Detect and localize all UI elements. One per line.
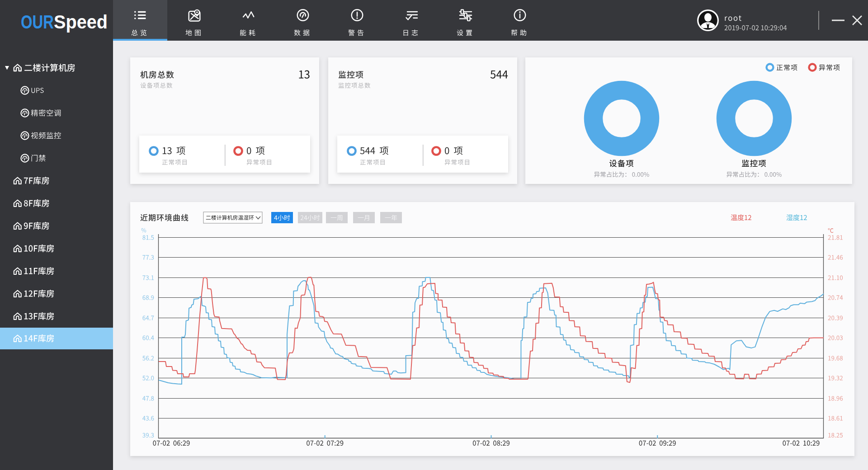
- svg-text:Speed: Speed: [54, 11, 108, 33]
- svg-text:OUR: OUR: [21, 11, 54, 33]
